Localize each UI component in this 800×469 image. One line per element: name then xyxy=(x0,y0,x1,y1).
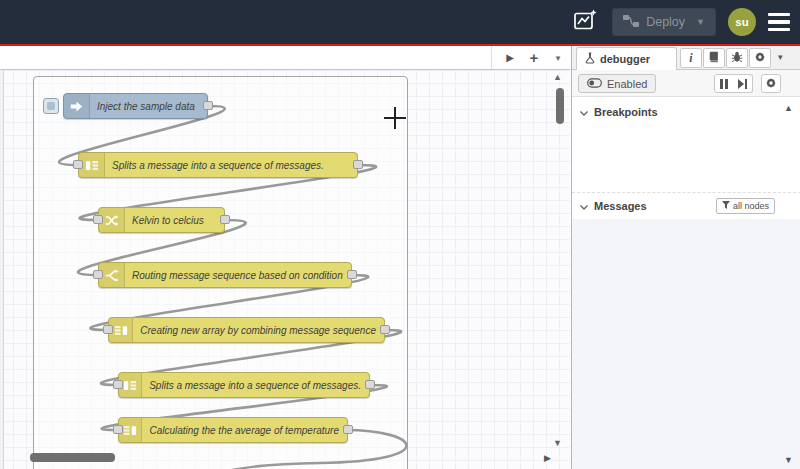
flow-node-switch[interactable]: Routing message sequence based on condit… xyxy=(98,262,352,288)
deploy-menu-caret-icon[interactable]: ▼ xyxy=(696,17,705,27)
pause-icon xyxy=(720,75,728,93)
flow-node-split[interactable]: Splits a message into a sequence of mess… xyxy=(78,152,358,178)
workspace-tab-bar: ▶ + ▾ xyxy=(0,46,570,70)
message-filter-button[interactable]: all nodes xyxy=(716,198,775,214)
main-menu-button[interactable] xyxy=(768,13,790,31)
toggle-icon xyxy=(587,78,602,90)
flow-canvas[interactable]: Inject the sample data Splits a message … xyxy=(0,70,570,469)
node-output-port[interactable] xyxy=(353,160,363,169)
debugger-toolbar: Enabled xyxy=(572,70,800,97)
debug-tab-button[interactable] xyxy=(726,48,748,68)
chevron-down-icon xyxy=(580,200,588,212)
node-label: Kelvin to celcius xyxy=(125,215,212,226)
node-label: Splits a message into a sequence of mess… xyxy=(142,380,369,391)
header-actions: Deploy ▼ su xyxy=(570,0,790,44)
scroll-tabs-right-button[interactable]: ▶ xyxy=(502,52,518,63)
enabled-label: Enabled xyxy=(607,78,647,90)
flow-node-join[interactable]: Calculating the the average of temperatu… xyxy=(118,417,348,443)
node-label: Splits a message into a sequence of mess… xyxy=(105,160,332,171)
tab-label: debugger xyxy=(600,53,650,65)
add-flow-button[interactable]: + xyxy=(526,49,542,66)
node-label: Calculating the the average of temperatu… xyxy=(142,425,347,436)
filter-label: all nodes xyxy=(733,201,769,211)
deploy-button[interactable]: Deploy ▼ xyxy=(612,8,716,36)
debugger-panel: Breakpoints ▲ Messages all nodes ▼ xyxy=(572,97,800,469)
app-header: Deploy ▼ su xyxy=(0,0,800,44)
node-input-port[interactable] xyxy=(103,325,113,334)
node-output-port[interactable] xyxy=(203,101,213,110)
bug-icon xyxy=(731,49,743,67)
avatar-initials: su xyxy=(735,16,748,28)
node-label: Inject the sample data xyxy=(90,101,203,112)
workspace-tab-controls: ▶ + ▾ xyxy=(491,46,566,69)
book-icon xyxy=(708,49,720,67)
node-output-port[interactable] xyxy=(343,425,353,434)
node-output-port[interactable] xyxy=(365,380,375,389)
sidebar-scroll-down-button[interactable]: ▼ xyxy=(784,455,793,465)
funnel-icon xyxy=(722,201,730,211)
deploy-label: Deploy xyxy=(646,15,685,29)
help-tab-button[interactable] xyxy=(703,48,725,68)
gear-icon xyxy=(765,75,777,93)
info-tab-button[interactable]: i xyxy=(680,48,702,68)
deploy-nodes-icon xyxy=(623,14,639,31)
section-title: Messages xyxy=(594,200,647,212)
debugger-enable-toggle[interactable]: Enabled xyxy=(578,74,656,93)
flow-node-change[interactable]: Kelvin to celcius xyxy=(98,207,225,233)
gear-icon xyxy=(754,49,766,67)
node-input-port[interactable] xyxy=(73,160,83,169)
node-output-port[interactable] xyxy=(347,270,357,279)
messages-list: ▼ xyxy=(572,219,800,469)
sidebar-scroll-up-button[interactable]: ▲ xyxy=(784,103,793,113)
node-output-port[interactable] xyxy=(220,215,230,224)
chart-sparkle-icon xyxy=(573,9,597,35)
flow-node-split[interactable]: Splits a message into a sequence of mess… xyxy=(118,372,370,398)
debugger-settings-button[interactable] xyxy=(761,74,781,93)
inject-icon xyxy=(64,94,90,118)
sidebar-tab-bar: debugger i xyxy=(572,46,800,70)
node-output-port[interactable] xyxy=(380,325,390,334)
node-input-port[interactable] xyxy=(113,425,123,434)
chevron-down-icon xyxy=(580,106,588,118)
node-label: Creating new array by combining message … xyxy=(133,325,384,336)
node-input-port[interactable] xyxy=(113,380,123,389)
flask-icon xyxy=(585,52,595,66)
tab-debugger[interactable]: debugger xyxy=(576,47,677,70)
canvas-scroll-down-button[interactable]: ▼ xyxy=(553,438,562,448)
pause-button[interactable] xyxy=(714,74,734,93)
node-input-port[interactable] xyxy=(93,215,103,224)
inject-trigger-button[interactable] xyxy=(43,98,59,114)
step-button[interactable] xyxy=(733,74,753,93)
canvas-horizontal-scrollbar-thumb[interactable] xyxy=(30,453,115,462)
section-title: Breakpoints xyxy=(594,106,658,118)
right-sidebar: debugger i xyxy=(571,46,800,469)
breakpoints-section-header[interactable]: Breakpoints xyxy=(572,100,800,124)
ai-assistant-button[interactable] xyxy=(570,7,600,37)
flow-node-inject[interactable]: Inject the sample data xyxy=(63,93,208,119)
canvas-scroll-up-button[interactable]: ▲ xyxy=(553,72,562,82)
canvas-vertical-scrollbar-thumb[interactable] xyxy=(556,88,564,124)
canvas-scroll-right-button[interactable]: ▶ xyxy=(544,453,551,463)
step-forward-icon xyxy=(738,75,747,93)
settings-tab-button[interactable] xyxy=(749,48,771,68)
user-avatar[interactable]: su xyxy=(728,8,756,36)
node-input-port[interactable] xyxy=(93,270,103,279)
node-label: Routing message sequence based on condit… xyxy=(125,270,351,281)
flow-list-button[interactable]: ▾ xyxy=(550,53,566,63)
hamburger-icon xyxy=(768,13,790,16)
info-icon: i xyxy=(689,51,692,66)
sidebar-menu-caret-icon[interactable]: ▾ xyxy=(778,52,783,62)
flow-node-join[interactable]: Creating new array by combining message … xyxy=(108,317,385,343)
